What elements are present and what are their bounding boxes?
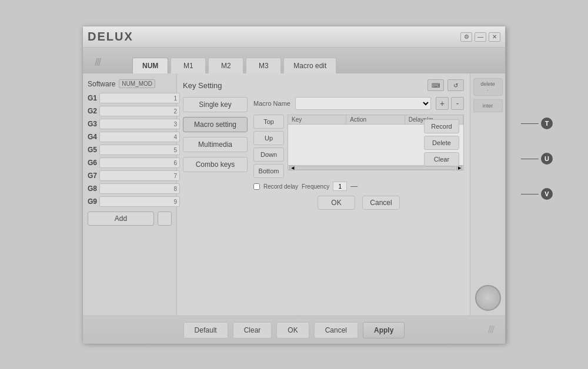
- bottom-bar: Default Clear OK Cancel Apply: [83, 316, 505, 344]
- clear-button[interactable]: Clear: [233, 322, 272, 338]
- g-key-label: G1: [88, 94, 97, 102]
- macro-container: Macro Name + - Top Up Down B: [253, 97, 464, 210]
- macro-setting-mode-btn[interactable]: Macro setting: [183, 117, 248, 132]
- callout-t: T: [521, 118, 553, 129]
- main-content: Software NUM_MOD G1 G2 G3 G4 G5: [83, 73, 505, 316]
- scroll-track[interactable]: [296, 166, 455, 170]
- callout-v-circle: V: [541, 188, 553, 200]
- add-button[interactable]: Add: [88, 212, 154, 226]
- g5-input[interactable]: [99, 145, 180, 155]
- list-item: G1: [88, 93, 172, 103]
- action-buttons: Record Delete Clear: [424, 119, 459, 166]
- app-logo: DELUX: [88, 30, 133, 43]
- g-key-label: G2: [88, 107, 97, 115]
- col-key: Key: [288, 115, 346, 124]
- macro-name-row: Macro Name + -: [253, 97, 464, 110]
- g-key-label: G5: [88, 146, 97, 154]
- add-small-button[interactable]: [158, 212, 172, 226]
- frequency-label: Frequency: [302, 183, 329, 190]
- center-panel: Key Setting ⌨ ↺ Single key Macro setting…: [177, 73, 470, 316]
- list-item: G8: [88, 183, 172, 194]
- software-label: Software: [88, 80, 115, 88]
- tab-num[interactable]: NUM: [132, 58, 168, 73]
- g9-input[interactable]: [99, 196, 180, 207]
- title-bar-controls: ⚙ — ✕: [460, 32, 500, 42]
- mode-badge: NUM_MOD: [119, 79, 155, 88]
- freq-minus-icon[interactable]: —: [350, 182, 358, 190]
- g4-input[interactable]: [99, 132, 180, 142]
- keyboard-icon-btn[interactable]: ⌨: [427, 79, 444, 91]
- delete-area: delete ·: [473, 78, 503, 96]
- default-button[interactable]: Default: [183, 322, 228, 338]
- callout-t-circle: T: [541, 118, 553, 129]
- macro-name-label: Macro Name: [253, 100, 290, 107]
- tab-macro-edit[interactable]: Macro edit: [283, 58, 336, 73]
- record-button[interactable]: Record: [424, 119, 459, 133]
- close-button[interactable]: ✕: [489, 32, 500, 42]
- mode-options: Single key Macro setting Multimedia Comb…: [183, 97, 248, 210]
- record-delay-label: Record delay: [263, 183, 298, 190]
- scroll-left-icon[interactable]: ◀: [289, 166, 295, 170]
- single-key-mode-btn[interactable]: Single key: [183, 97, 248, 112]
- delete-button[interactable]: Delete: [424, 136, 459, 150]
- g1-input[interactable]: [99, 93, 180, 103]
- minus-button[interactable]: -: [451, 97, 464, 110]
- callout-u: U: [521, 153, 553, 165]
- callout-u-circle: U: [541, 153, 553, 165]
- tab-m1[interactable]: M1: [171, 58, 206, 73]
- list-item: G4: [88, 132, 172, 142]
- g3-input[interactable]: [99, 119, 180, 129]
- g6-input[interactable]: [99, 157, 180, 168]
- g-key-label: G7: [88, 172, 97, 180]
- macro-name-select[interactable]: [295, 97, 431, 110]
- g-key-label: G6: [88, 159, 97, 167]
- up-button[interactable]: Up: [253, 131, 284, 145]
- dot-label: ·: [487, 87, 489, 93]
- list-item: G3: [88, 119, 172, 129]
- title-bar: DELUX ⚙ — ✕: [83, 26, 505, 48]
- multimedia-mode-btn[interactable]: Multimedia: [183, 137, 248, 152]
- callouts: T U V: [521, 118, 553, 200]
- minimize-button[interactable]: —: [475, 32, 486, 42]
- tab-m2[interactable]: M2: [208, 58, 243, 73]
- macro-table-scroll: ◀ ▶: [288, 166, 464, 170]
- top-button[interactable]: Top: [253, 115, 284, 129]
- plus-button[interactable]: +: [436, 97, 449, 110]
- g-key-label: G4: [88, 133, 97, 141]
- frequency-input[interactable]: [333, 182, 347, 191]
- ok-button[interactable]: OK: [276, 322, 309, 338]
- list-item: G5: [88, 145, 172, 155]
- software-header: Software NUM_MOD: [88, 79, 172, 88]
- bottom-button[interactable]: Bottom: [253, 164, 284, 178]
- scroll-wheel[interactable]: [475, 285, 501, 311]
- list-item: G7: [88, 170, 172, 181]
- cancel-button[interactable]: Cancel: [314, 322, 358, 338]
- callout-v: V: [521, 188, 553, 200]
- macro-cancel-button[interactable]: Cancel: [362, 196, 400, 210]
- tab-m3[interactable]: M3: [246, 58, 281, 73]
- record-delay-row: Record delay Frequency —: [253, 182, 464, 191]
- g2-input[interactable]: [99, 106, 180, 116]
- g-key-label: G3: [88, 120, 97, 128]
- inter-button[interactable]: inter: [473, 99, 503, 112]
- callout-v-line: [521, 194, 539, 194]
- apply-button[interactable]: Apply: [363, 322, 405, 338]
- mode-and-macro: Single key Macro setting Multimedia Comb…: [183, 97, 464, 210]
- key-setting-label: Key Setting: [183, 81, 222, 90]
- down-button[interactable]: Down: [253, 147, 284, 162]
- right-panel: delete · inter: [470, 73, 505, 316]
- settings-button[interactable]: ⚙: [460, 32, 472, 42]
- list-item: G2: [88, 106, 172, 116]
- g8-input[interactable]: [99, 183, 180, 194]
- clear-button[interactable]: Clear: [424, 152, 459, 166]
- position-buttons: Top Up Down Bottom: [253, 115, 284, 178]
- record-delay-checkbox[interactable]: [253, 183, 260, 190]
- combo-keys-mode-btn[interactable]: Combo keys: [183, 157, 248, 172]
- plus-minus-row: + -: [436, 97, 464, 110]
- ok-cancel-row: OK Cancel: [253, 196, 464, 210]
- g7-input[interactable]: [99, 170, 180, 181]
- reset-icon-btn[interactable]: ↺: [447, 79, 464, 91]
- sidebar: Software NUM_MOD G1 G2 G3 G4 G5: [83, 73, 177, 316]
- list-item: G6: [88, 157, 172, 168]
- macro-ok-button[interactable]: OK: [318, 196, 355, 210]
